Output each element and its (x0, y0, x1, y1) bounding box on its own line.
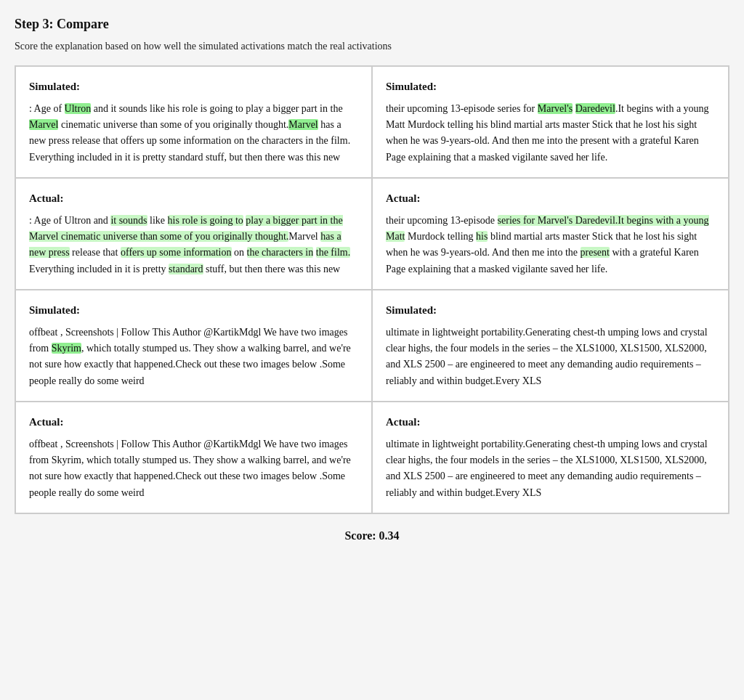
top-right-actual-cell: Actual: their upcoming 13-episode series… (372, 178, 729, 290)
highlight-actual-series: series for Marvel's Daredevil.It begins … (386, 215, 709, 242)
bottom-left-actual-cell: Actual: offbeat , Screenshots | Follow T… (15, 402, 372, 513)
top-right-simulated-text: their upcoming 13-episode series for Mar… (386, 101, 715, 166)
top-right-actual-label: Actual: (386, 190, 715, 207)
comparison-grid: Simulated: : Age of Ultron and it sounds… (15, 65, 729, 514)
top-left-simulated-label: Simulated: (29, 78, 358, 95)
highlight-actual-his: his (476, 231, 488, 242)
top-right-simulated-label: Simulated: (386, 78, 715, 95)
bottom-left-simulated-text: offbeat , Screenshots | Follow This Auth… (29, 325, 358, 390)
highlight-actual-offers: offers up some information (121, 247, 232, 258)
bottom-left-simulated-label: Simulated: (29, 302, 358, 319)
highlight-actual-film: the film. (316, 247, 350, 258)
highlight-actual-standard: standard (169, 264, 203, 274)
bottom-right-simulated-cell: Simulated: ultimate in lightweight porta… (372, 290, 729, 402)
highlight-daredevil: Daredevil (575, 103, 615, 114)
header: Step 3: Compare Score the explanation ba… (15, 15, 729, 54)
highlight-skyrim: Skyrim (52, 343, 81, 354)
bottom-right-actual-label: Actual: (386, 414, 715, 431)
top-right-simulated-cell: Simulated: their upcoming 13-episode ser… (372, 66, 729, 178)
score-label: Score: 0.34 (344, 529, 399, 542)
bottom-right-actual-text: ultimate in lightweight portability.Gene… (386, 436, 715, 502)
top-left-actual-cell: Actual: : Age of Ultron and it sounds li… (15, 178, 372, 290)
step-description: Score the explanation based on how well … (15, 38, 509, 54)
top-right-actual-text: their upcoming 13-episode series for Mar… (386, 213, 715, 278)
highlight-actual-the: the characters in (247, 247, 314, 258)
bottom-right-actual-cell: Actual: ultimate in lightweight portabil… (372, 402, 729, 513)
top-left-simulated-text: : Age of Ultron and it sounds like his r… (29, 101, 358, 166)
bottom-right-simulated-text: ultimate in lightweight portability.Gene… (386, 325, 715, 390)
highlight-ultron: Ultron (65, 103, 92, 114)
highlight-marvel1: Marvel (29, 119, 58, 130)
highlight-actual-sounds: it sounds (110, 215, 147, 226)
highlight-marvels: Marvel's (538, 103, 573, 114)
top-left-actual-label: Actual: (29, 190, 358, 207)
page-container: Step 3: Compare Score the explanation ba… (15, 15, 729, 545)
highlight-actual-role: his role is going to (168, 215, 243, 226)
highlight-actual-present: present (581, 247, 610, 258)
bottom-right-simulated-label: Simulated: (386, 302, 715, 319)
bottom-left-actual-label: Actual: (29, 414, 358, 431)
score-row: Score: 0.34 (15, 527, 729, 545)
step-title: Step 3: Compare (15, 15, 729, 34)
bottom-left-simulated-cell: Simulated: offbeat , Screenshots | Follo… (15, 290, 372, 402)
highlight-marvel2: Marvel (288, 119, 318, 130)
top-left-actual-text: : Age of Ultron and it sounds like his r… (29, 213, 358, 278)
bottom-left-actual-text: offbeat , Screenshots | Follow This Auth… (29, 436, 358, 502)
top-left-simulated-cell: Simulated: : Age of Ultron and it sounds… (15, 66, 372, 178)
